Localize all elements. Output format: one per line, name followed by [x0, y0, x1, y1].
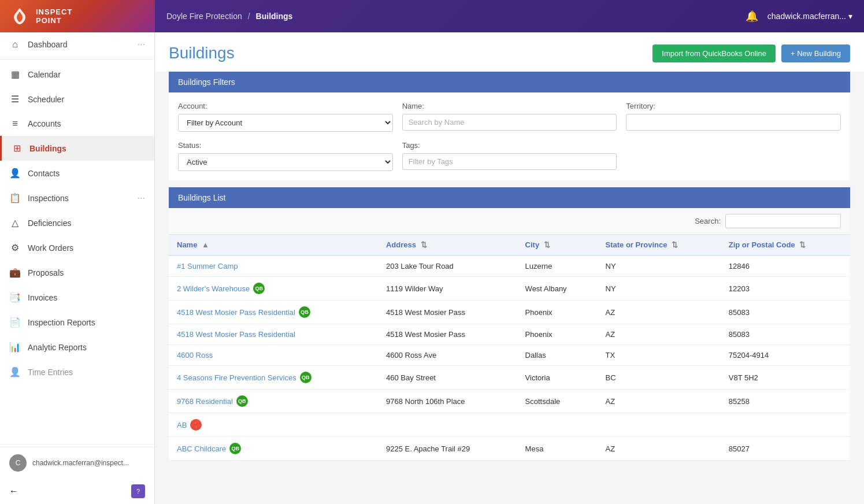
col-city[interactable]: City ⇅	[517, 235, 598, 255]
time-entries-icon: 👤	[9, 366, 21, 377]
cell-state: BC	[598, 366, 721, 390]
cell-address: 460 Bay Street	[378, 366, 517, 390]
cell-zip: 12846	[721, 255, 850, 277]
building-name-link[interactable]: ABC Childcare	[177, 444, 226, 453]
sidebar-item-label: Work Orders	[28, 243, 145, 253]
filter-name: Name:	[402, 102, 617, 132]
buildings-table: Name ▲ Address ⇅ City ⇅	[169, 235, 850, 461]
cell-address: 4518 West Mosier Pass	[378, 301, 517, 324]
sidebar-item-buildings[interactable]: ⊞ Buildings	[0, 136, 154, 161]
quickbooks-badge: QB	[236, 395, 248, 407]
cell-zip: 85027	[721, 437, 850, 461]
cell-address: 203 Lake Tour Road	[378, 255, 517, 277]
sidebar-item-label: Invoices	[28, 293, 145, 302]
list-search-input[interactable]	[725, 214, 841, 228]
list-search-row: Search:	[169, 208, 850, 235]
accounts-icon: ≡	[9, 118, 21, 129]
cell-state: AZ	[598, 390, 721, 413]
sidebar-item-workorders[interactable]: ⚙ Work Orders	[0, 235, 154, 260]
new-building-button[interactable]: + New Building	[781, 45, 850, 62]
cell-name: 9768 ResidentialQB	[169, 390, 378, 413]
building-name-link[interactable]: #1 Summer Camp	[177, 262, 238, 270]
account-filter-select[interactable]: Filter by Account	[178, 114, 393, 132]
sort-icon: ▲	[202, 240, 209, 249]
sidebar-item-label: Calendar	[28, 70, 145, 79]
user-menu[interactable]: chadwick.macferran... ▾	[767, 12, 852, 21]
more-options-icon[interactable]: ···	[138, 39, 145, 50]
breadcrumb-parent[interactable]: Doyle Fire Protection	[166, 12, 242, 21]
cell-address	[378, 413, 517, 437]
filter-placeholder	[626, 141, 841, 171]
col-address[interactable]: Address ⇅	[378, 235, 517, 255]
list-section-header: Buildings List	[169, 187, 850, 208]
invoices-icon: 📑	[9, 292, 21, 303]
building-name-link[interactable]: 2 Wilder's Warehouse	[177, 284, 250, 293]
sidebar-item-analytic-reports[interactable]: 📊 Analytic Reports	[0, 335, 154, 360]
more-options-icon[interactable]: ···	[138, 193, 145, 203]
name-filter-input[interactable]	[402, 114, 617, 131]
sidebar-item-accounts[interactable]: ≡ Accounts	[0, 112, 154, 136]
cell-address: 4600 Ross Ave	[378, 345, 517, 366]
cell-city: Victoria	[517, 366, 598, 390]
tags-filter-input[interactable]	[402, 153, 617, 170]
sidebar-item-deficiencies[interactable]: △ Deficiencies	[0, 210, 154, 235]
quickbooks-badge: QB	[299, 306, 310, 318]
notification-bell-icon[interactable]: 🔔	[746, 10, 758, 23]
cell-state: NY	[598, 277, 721, 301]
back-icon[interactable]: ←	[9, 486, 18, 496]
filter-account: Account: Filter by Account	[178, 102, 393, 132]
building-name-link[interactable]: 4600 Ross	[177, 351, 213, 360]
sidebar-item-dashboard[interactable]: ⌂ Dashboard ···	[0, 32, 154, 57]
filter-status: Status: Active	[178, 141, 393, 171]
sidebar-item-calendar[interactable]: ▦ Calendar	[0, 62, 154, 87]
status-filter-select[interactable]: Active	[178, 153, 393, 171]
sidebar-user-profile[interactable]: C chadwick.macferran@inspect...	[0, 447, 154, 479]
building-name-link[interactable]: 4518 West Mosier Pass Residential	[177, 330, 295, 339]
building-name-link[interactable]: AB	[177, 421, 187, 429]
proposals-icon: 💼	[9, 267, 21, 278]
sidebar-item-invoices[interactable]: 📑 Invoices	[0, 285, 154, 310]
buildings-icon: ⊞	[11, 143, 23, 154]
table-row: 4518 West Mosier Pass ResidentialQB4518 …	[169, 301, 850, 324]
cell-zip: 12203	[721, 277, 850, 301]
import-quickbooks-button[interactable]: Import from QuickBooks Online	[652, 45, 776, 62]
top-navigation: INSPECT POINT Doyle Fire Protection / Bu…	[0, 0, 864, 32]
cell-zip: 75204-4914	[721, 345, 850, 366]
col-state[interactable]: State or Province ⇅	[598, 235, 721, 255]
sidebar-item-proposals[interactable]: 💼 Proposals	[0, 260, 154, 285]
building-name-link[interactable]: 4 Seasons Fire Prevention Services	[177, 373, 296, 382]
cell-city: West Albany	[517, 277, 598, 301]
col-name[interactable]: Name ▲	[169, 235, 378, 255]
territory-filter-input[interactable]: All	[626, 114, 841, 131]
account-filter-label: Account:	[178, 102, 393, 110]
table-row: 2 Wilder's WarehouseQB1119 Wilder WayWes…	[169, 277, 850, 301]
cell-name: AB📍	[169, 413, 378, 437]
cell-name: #1 Summer Camp	[169, 255, 378, 277]
table-row: ABC ChildcareQB9225 E. Apache Trail #29M…	[169, 437, 850, 461]
help-button[interactable]: ?	[131, 484, 145, 498]
cell-address: 1119 Wilder Way	[378, 277, 517, 301]
building-name-link[interactable]: 4518 West Mosier Pass Residential	[177, 308, 295, 317]
sort-icon: ⇅	[799, 240, 806, 249]
cell-state: NY	[598, 255, 721, 277]
page-header: Buildings Import from QuickBooks Online …	[155, 32, 864, 72]
cell-city: Luzerne	[517, 255, 598, 277]
sort-icon: ⇅	[544, 240, 550, 249]
col-zip[interactable]: Zip or Postal Code ⇅	[721, 235, 850, 255]
cell-name: 4600 Ross	[169, 345, 378, 366]
sidebar-item-scheduler[interactable]: ☰ Scheduler	[0, 87, 154, 112]
cell-name: 4518 West Mosier Pass Residential	[169, 324, 378, 345]
sidebar-item-inspections[interactable]: 📋 Inspections ···	[0, 186, 154, 210]
sidebar-item-label: Inspections	[28, 194, 131, 203]
cell-city: Dallas	[517, 345, 598, 366]
content-body: Buildings Filters Account: Filter by Acc…	[155, 72, 864, 475]
sidebar-item-label: Dashboard	[28, 40, 131, 49]
sidebar-item-time-entries[interactable]: 👤 Time Entries	[0, 360, 154, 384]
cell-state: TX	[598, 345, 721, 366]
sidebar-item-contacts[interactable]: 👤 Contacts	[0, 161, 154, 186]
user-name: chadwick.macferran@inspect...	[32, 459, 129, 467]
home-icon: ⌂	[9, 39, 21, 50]
sidebar-item-inspection-reports[interactable]: 📄 Inspection Reports	[0, 310, 154, 335]
sidebar-divider-bottom	[0, 444, 154, 444]
building-name-link[interactable]: 9768 Residential	[177, 397, 233, 406]
